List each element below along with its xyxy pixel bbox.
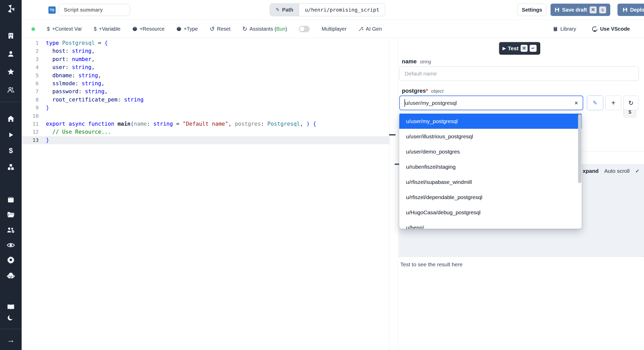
name-input[interactable] — [399, 66, 639, 81]
line-number: 12 — [22, 128, 46, 136]
line-number: 4 — [22, 63, 46, 71]
test-button[interactable]: ▶ Test ⌘ ↵ — [499, 42, 540, 55]
use-vscode-button[interactable]: Use VScode — [592, 26, 630, 32]
editor-toolbar: $+Context Var $+Variable +Resource +Type… — [22, 20, 644, 38]
dropdown-item[interactable]: u/user/illustrious_postgresql — [399, 129, 582, 144]
multiplayer-toggle[interactable] — [299, 26, 310, 32]
book-icon[interactable] — [7, 303, 15, 311]
gear-icon[interactable] — [7, 256, 15, 264]
add-context-var-button[interactable]: $+Context Var — [47, 26, 82, 32]
dropdown-item[interactable]: u/rubenfiszel/staging — [399, 159, 582, 174]
dropdown-item[interactable]: u/henri/… — [399, 220, 582, 229]
line-number: 7 — [22, 88, 46, 96]
dropdown-item[interactable]: u/rfiszel/supabase_windmill — [399, 174, 582, 190]
path-label: Path — [282, 7, 293, 13]
vertical-splitter-handle[interactable] — [389, 134, 396, 135]
edit-resource-button[interactable]: ✎ — [587, 96, 603, 110]
horizontal-splitter-handle[interactable] — [395, 164, 399, 165]
autoscroll-label: Auto scroll — [604, 168, 630, 174]
code-text: user: string, — [46, 63, 95, 71]
assistants-button[interactable]: ↻Assistants (Bun) — [242, 25, 287, 32]
code-line[interactable]: 7 password: string, — [22, 88, 389, 96]
library-button[interactable]: Library — [553, 26, 576, 32]
code-line[interactable]: 1type Postgresql = { — [22, 39, 389, 47]
refresh-icon: ↻ — [628, 99, 633, 107]
dropdown-item-selected[interactable]: u/user/my_postgresql — [399, 114, 582, 129]
typescript-badge: TS — [48, 6, 56, 14]
code-text: root_certificate_pem: string — [46, 96, 143, 104]
code-line[interactable]: 4 user: string, — [22, 63, 389, 71]
reset-button[interactable]: ↺Reset — [210, 25, 231, 32]
cube-icon — [176, 27, 181, 31]
clear-icon[interactable]: × — [574, 99, 578, 107]
code-text: port: number, — [46, 55, 95, 63]
cubes-icon[interactable] — [7, 163, 15, 171]
postgres-input[interactable]: u/user/my_postgresql × — [399, 96, 583, 110]
home-icon[interactable] — [7, 115, 15, 123]
play-icon: ▶ — [503, 46, 506, 51]
kbd-enter: ↵ — [530, 45, 537, 52]
calendar-icon[interactable] — [7, 196, 14, 203]
arrow-right-icon[interactable]: → — [7, 336, 15, 344]
dropdown-item[interactable]: u/rfiszel/dependable_postgresql — [399, 190, 582, 205]
kbd-cmd: ⌘ — [521, 45, 528, 52]
dollar-icon[interactable]: $ — [9, 147, 13, 155]
code-line[interactable]: 12 // Use Resource... — [22, 128, 389, 136]
robot-icon[interactable] — [7, 272, 15, 279]
add-variable-button[interactable]: $+Variable — [94, 26, 121, 32]
windmill-logo[interactable] — [6, 4, 15, 13]
book-icon — [553, 27, 558, 32]
indent-guide — [70, 128, 70, 136]
script-summary-input[interactable] — [58, 4, 130, 16]
add-type-button[interactable]: +Type — [176, 26, 198, 32]
save-icon — [555, 7, 560, 12]
autoscroll-checkbox[interactable]: ✓ — [635, 168, 640, 174]
code-line[interactable]: 5 dbname: string, — [22, 72, 389, 80]
moon-icon[interactable] — [7, 314, 14, 322]
dropdown-scrollbar[interactable] — [578, 114, 581, 183]
deploy-label: Deploy — [630, 7, 644, 13]
code-text: sslmode: string, — [46, 80, 105, 88]
user-icon[interactable] — [7, 50, 14, 57]
users-icon[interactable] — [7, 86, 15, 93]
eye-icon[interactable] — [7, 242, 15, 249]
settings-button[interactable]: Settings — [518, 4, 546, 16]
play-icon[interactable] — [7, 131, 14, 139]
deploy-button[interactable]: Deploy — [617, 4, 644, 16]
add-resource-button[interactable]: +Resource — [132, 26, 165, 32]
code-line[interactable]: 6 sslmode: string, — [22, 80, 389, 88]
resource-dropdown: u/user/my_postgresqlu/user/illustrious_p… — [399, 113, 582, 229]
code-line[interactable]: 10 — [22, 112, 389, 120]
workers-icon[interactable] — [7, 226, 15, 234]
code-line[interactable]: 3 port: number, — [22, 55, 389, 63]
code-line[interactable]: 9} — [22, 104, 389, 112]
code-line[interactable]: 13} — [22, 136, 389, 144]
kbd-s: S — [599, 6, 606, 13]
line-number: 13 — [22, 136, 46, 144]
line-number: 1 — [22, 39, 46, 47]
line-number: 5 — [22, 72, 46, 80]
expand-button[interactable]: xpand — [583, 168, 599, 174]
dropdown-item[interactable]: u/user/demo_postgres — [399, 144, 582, 159]
sidebar-divider — [0, 329, 22, 329]
code-line[interactable]: 11export async function main(name: strin… — [22, 120, 389, 128]
code-text: dbname: string, — [46, 72, 101, 80]
folder-icon[interactable] — [7, 211, 15, 219]
star-icon[interactable] — [7, 68, 15, 76]
panel-splitter[interactable] — [398, 38, 398, 350]
code-line[interactable]: 2 host: string, — [22, 47, 389, 55]
ai-gen-button[interactable]: AI Gen — [358, 26, 382, 32]
save-draft-button[interactable]: Save draft ⌘ S — [550, 4, 610, 16]
path-widget[interactable]: ✎ Path u/henri/promising_script — [270, 3, 385, 16]
dropdown-item[interactable]: u/HugoCasa/debug_postgresql — [399, 205, 582, 220]
code-line[interactable]: 8 root_certificate_pem: string — [22, 96, 389, 104]
add-resource-button[interactable]: + — [605, 96, 621, 110]
refresh-icon: ↻ — [242, 25, 247, 32]
building-icon[interactable] — [7, 32, 14, 39]
code-editor[interactable]: 1type Postgresql = {2 host: string,3 por… — [22, 38, 389, 350]
line-number: 9 — [22, 104, 46, 112]
code-text: export async function main(name: string … — [46, 120, 316, 128]
path-value: u/henri/promising_script — [299, 4, 385, 16]
code-text: } — [46, 136, 49, 144]
refresh-resource-button[interactable]: ↻ — [623, 96, 638, 110]
